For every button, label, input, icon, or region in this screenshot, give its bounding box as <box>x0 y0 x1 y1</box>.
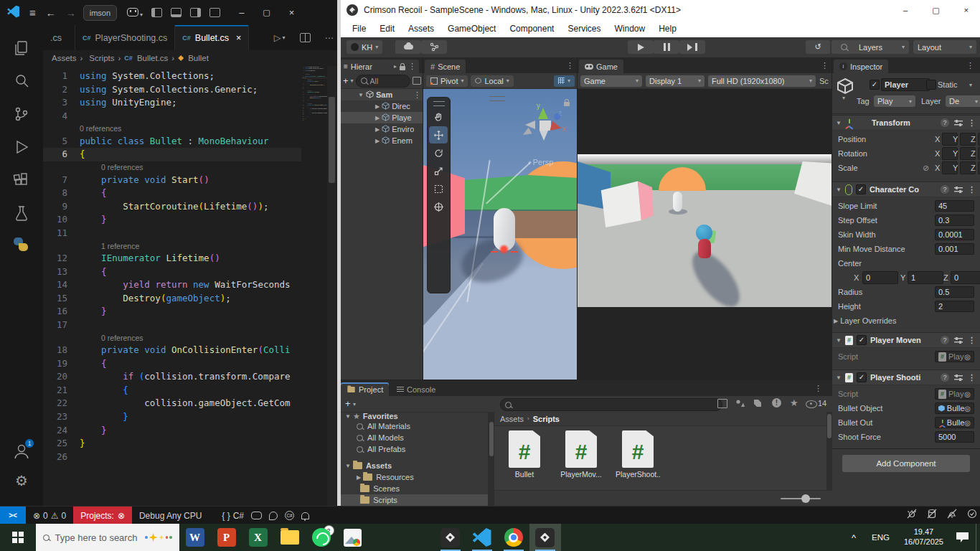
layers-dropdown[interactable]: Layers▾ <box>854 40 909 54</box>
projects-status-badge[interactable]: Projects:⊗ <box>73 507 132 524</box>
checks-status-icon[interactable] <box>967 509 977 522</box>
layout-sidebar-right-icon[interactable] <box>190 8 201 17</box>
code-line[interactable]: 7 private void Start() <box>43 174 301 187</box>
step-offset-field[interactable]: 0.3 <box>935 215 974 226</box>
object-picker-icon[interactable]: ◎ <box>964 419 971 427</box>
menu-window[interactable]: Window <box>614 24 645 34</box>
tab-console[interactable]: Console <box>391 382 441 396</box>
taskbar-whatsapp[interactable]: 2 <box>306 524 337 551</box>
codelens-link[interactable]: 0 references <box>43 332 301 344</box>
center-x-field[interactable]: 0 <box>862 271 898 284</box>
code-line[interactable]: 21 { <box>43 384 301 397</box>
tag-dropdown[interactable]: Play▾ <box>874 95 915 107</box>
taskbar-word[interactable]: W <box>179 524 211 551</box>
filter-by-type-icon[interactable] <box>735 399 745 409</box>
favorite-all-materials[interactable]: All Materials <box>341 420 488 432</box>
undo-history-icon[interactable]: ↺ <box>806 40 830 54</box>
start-button[interactable] <box>12 532 24 543</box>
pause-button[interactable] <box>654 40 679 54</box>
static-checkbox[interactable] <box>926 80 936 90</box>
code-line[interactable]: 9 StartCoroutine(Lifetime()); <box>43 200 301 214</box>
asset-playershoot[interactable]: #PlayerShoot... <box>616 430 660 479</box>
code-line[interactable]: 2using System.Collections.Generic; <box>43 83 301 97</box>
split-editor-icon[interactable] <box>293 25 318 50</box>
kebab-menu-icon[interactable]: ⋮ <box>968 185 976 194</box>
menu-assets[interactable]: Assets <box>408 24 434 34</box>
menu-file[interactable]: File <box>352 24 366 34</box>
display-dropdown[interactable]: Display 1▾ <box>646 75 705 87</box>
layer-dropdown[interactable]: De▾ <box>946 95 980 107</box>
remote-indicator[interactable]: >< <box>0 507 26 524</box>
show-desktop-strip[interactable] <box>976 524 980 551</box>
asset-bullet[interactable]: #Bullet <box>502 430 547 479</box>
tab-project[interactable]: Project <box>341 382 389 396</box>
zoom-slider-knob[interactable] <box>801 494 810 503</box>
hierarchy-item-direc[interactable]: ▶Direc <box>341 100 423 112</box>
hidden-icons-chevron[interactable]: ^ <box>852 532 856 543</box>
transform-tool-icon[interactable] <box>429 198 448 215</box>
object-picker-icon[interactable]: ◎ <box>964 390 971 398</box>
close-tab-icon[interactable]: × <box>236 33 241 43</box>
explorer-icon[interactable] <box>11 38 32 58</box>
radius-field[interactable]: 0.5 <box>935 286 974 298</box>
center-z-field[interactable]: 0 <box>951 271 980 284</box>
axis-x-cone[interactable] <box>550 121 563 133</box>
help-icon[interactable]: ? <box>941 185 949 194</box>
pivot-toggle[interactable]: Pivot▾ <box>426 75 468 87</box>
rotate-tool-icon[interactable] <box>429 144 448 161</box>
code-line[interactable]: 24 } <box>43 424 301 438</box>
grid-visibility-toggle[interactable]: ▾ <box>554 75 575 87</box>
scrollbar-thumb[interactable] <box>329 97 335 183</box>
axis-gizmo[interactable]: y z x <box>518 100 570 152</box>
breadcrumb-item-scripts[interactable]: Scripts <box>86 54 114 62</box>
problems-status[interactable]: ⊗0 ⚠0 <box>33 511 66 521</box>
breadcrumb-item-assets[interactable]: Assets <box>49 54 77 62</box>
center-y-field[interactable]: 1 <box>908 271 943 284</box>
menu-services[interactable]: Services <box>567 24 600 34</box>
hierarchy-item-playe[interactable]: ▶Playe <box>341 112 423 123</box>
kebab-menu-icon[interactable]: ⋮ <box>821 61 829 70</box>
debug-target[interactable]: Debug Any CPU <box>139 511 202 521</box>
settings-gear-icon[interactable]: ⚙ <box>11 471 32 491</box>
folder-scenes[interactable]: Scenes <box>341 483 488 494</box>
debug-disabled-icon[interactable] <box>907 509 917 522</box>
link-scale-icon[interactable]: ⊘ <box>923 164 929 173</box>
axis-y-cone[interactable] <box>538 108 548 119</box>
folder-resources[interactable]: ▶Resources <box>341 471 488 483</box>
height-field[interactable]: 2 <box>935 301 974 312</box>
skin-width-field[interactable]: 0.0001 <box>935 229 974 240</box>
ps-script-field[interactable]: #Play◎ <box>935 388 974 400</box>
object-picker-icon[interactable]: ◎ <box>964 353 971 361</box>
taskbar-vscode[interactable] <box>466 524 498 551</box>
static-dropdown-caret[interactable]: ▾ <box>969 82 972 88</box>
code-line[interactable]: 15 Destroy(gameObject); <box>43 292 301 306</box>
code-line[interactable]: 22 collision.gameObject.GetCom <box>43 397 301 410</box>
code-line[interactable]: 16 } <box>43 305 301 319</box>
kebab-menu-icon[interactable]: ⋮ <box>814 384 822 393</box>
forward-icon[interactable]: → <box>66 7 76 19</box>
command-center-search[interactable]: imson <box>83 5 117 21</box>
layout-customize-icon[interactable] <box>209 8 220 17</box>
project-search-input[interactable] <box>500 398 722 411</box>
layout-sidebar-left-icon[interactable] <box>151 8 162 17</box>
bullet-out-field[interactable]: Bulle◎ <box>935 417 974 428</box>
help-icon[interactable]: ? <box>941 373 949 382</box>
code-line[interactable]: 26 <box>43 451 301 464</box>
copilot-status-icon[interactable] <box>251 512 262 519</box>
notification-center-icon[interactable] <box>956 532 969 542</box>
game-mode-dropdown[interactable]: Game▾ <box>580 75 642 87</box>
code-line[interactable]: 5public class Bullet : MonoBehaviour <box>43 135 301 149</box>
testing-icon[interactable] <box>11 203 32 223</box>
code-line[interactable]: 23 } <box>43 410 301 424</box>
tab-hierarchy[interactable]: ≡Hierar ▸ ⋮ <box>341 60 419 73</box>
kebab-menu-icon[interactable]: ⋮ <box>408 62 416 71</box>
move-tool-icon[interactable] <box>429 126 448 143</box>
breadcrumb-assets[interactable]: Assets <box>500 415 524 423</box>
visibility-eye-icon[interactable] <box>806 400 817 410</box>
search-icon[interactable] <box>11 71 32 91</box>
breadcrumb-item-bullet[interactable]: Bullet <box>178 54 209 62</box>
perspective-label[interactable]: ‹ Persp <box>528 158 553 166</box>
run-debug-icon[interactable] <box>11 137 32 157</box>
kebab-menu-icon[interactable]: ⋮ <box>968 336 976 345</box>
tab-scene[interactable]: #Scene <box>425 60 466 73</box>
